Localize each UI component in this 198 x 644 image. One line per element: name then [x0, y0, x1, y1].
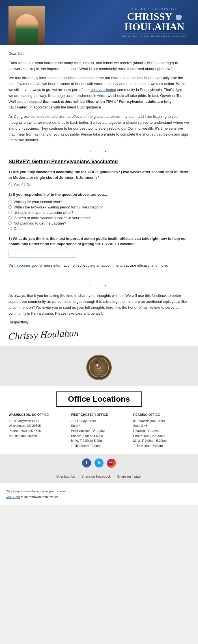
q2-text: 2) If you responded 'no' to the question… [8, 192, 190, 197]
q2-opt-4[interactable]: In need of more vaccine supplies in your… [8, 216, 190, 220]
paragraph-1: Each week, our team looks at the many ca… [8, 60, 190, 72]
q2-opt-6[interactable]: Other [8, 227, 190, 231]
q2-opt-3[interactable]: Not able to travel to a vaccine clinic? [8, 210, 190, 215]
instagram-link[interactable]: 📷 [106, 461, 117, 465]
bottom-view-link-line: Click Here to view this email in your br… [6, 489, 192, 494]
footer-links: Unsubscribe | Share on Facebook | Share … [0, 472, 198, 483]
share-facebook-link[interactable]: Share on Facebook [81, 475, 111, 478]
q2-opt-3-label: Not able to travel to a vaccine clinic? [14, 210, 73, 215]
bottom-text1: to view this email in your browser [20, 489, 67, 493]
radio-q2-4[interactable] [8, 216, 12, 219]
vaccines-line: Visit vaccines.gov for more information … [8, 263, 190, 269]
survey-question-3: 3) What do you think is the most importa… [8, 236, 190, 258]
q2-opt-6-label: Other [14, 227, 23, 231]
vaccines-post: for more information on scheduling an ap… [38, 263, 168, 267]
radio-q2-3[interactable] [8, 211, 12, 214]
dc-hours: M-F 9:00am-6:00pm [9, 434, 65, 439]
q2-opt-2-label: Within the two-week waiting period for f… [14, 205, 103, 209]
radio-q2-2[interactable] [8, 205, 12, 209]
header-banner: U.S. REPRESENTATIVE CHRISSY HOULAHAN PRO… [0, 0, 198, 45]
bottom-bar: Click Here to view this email in your br… [0, 483, 198, 506]
survey-question-1: 1) Are you fully vaccinated according th… [8, 169, 190, 187]
representative-photo [8, 6, 45, 45]
seal-section: 🦅 UNITEDSTATESCONGRESS [0, 346, 198, 386]
bottom-remove-link-line: Click Here to be removed from this list [6, 494, 192, 500]
q2-opt-4-label: In need of more vaccine supplies in your… [14, 216, 90, 220]
instagram-icon[interactable]: 📷 [107, 459, 116, 468]
q2-opt-1[interactable]: Waiting for your second shot? [8, 200, 190, 204]
survey-title: SURVEY: Getting Pennsylvanians Vaccinate… [8, 159, 190, 165]
reading-addr3: Reading, PA 19601 [133, 428, 189, 434]
email-wrapper: U.S. REPRESENTATIVE CHRISSY HOULAHAN PRO… [0, 0, 198, 505]
section-divider-1: · · · [8, 148, 190, 154]
announced-link[interactable]: announced [23, 99, 42, 104]
short-survey-link[interactable]: short survey [142, 132, 162, 136]
twitter-link[interactable]: 𝕏 [93, 461, 106, 465]
wc-office-name: WEST CHESTER OFFICE [71, 412, 127, 417]
wc-addr1: 709 E. Gay Street [71, 419, 127, 424]
twitter-icon[interactable]: 𝕏 [94, 458, 104, 467]
offices-row: WASHINGTON, DC OFFICE 1218 Longworth HOB… [0, 412, 198, 454]
facebook-link[interactable]: f [81, 461, 93, 465]
reading-hours2: T, Th 9:00am-7:00pm [133, 443, 189, 449]
radio-no[interactable] [21, 183, 25, 186]
greeting: Dear John, [8, 51, 190, 57]
bottom-line-separator [6, 487, 14, 487]
rep-title: U.S. REPRESENTATIVE [122, 7, 187, 10]
office-west-chester: WEST CHESTER OFFICE 709 E. Gay Street Su… [71, 412, 127, 448]
radio-yes[interactable] [8, 183, 12, 186]
radio-q2-5[interactable] [8, 221, 12, 225]
reading-addr1: 815 Washington Street [133, 419, 189, 424]
facebook-icon[interactable]: f [82, 458, 91, 467]
vaccines-link[interactable]: vaccines.gov [16, 263, 38, 267]
signature: Chrissy Houlahan [8, 327, 79, 343]
header-text-block: U.S. REPRESENTATIVE CHRISSY HOULAHAN PRO… [122, 7, 187, 38]
q2-opt-5[interactable]: Not planning to get the vaccine? [8, 221, 190, 225]
vaccines-pre: Visit [8, 263, 16, 267]
share-twitter-link[interactable]: Share on Twitter [117, 475, 142, 478]
most-vaccinated-link[interactable]: most vaccinated [90, 88, 116, 92]
social-section: f 𝕏 📷 [0, 454, 198, 472]
office-reading: READING OFFICE 815 Washington Street Sui… [133, 412, 189, 448]
body-content: Dear John, Each week, our team looks at … [0, 45, 198, 277]
office-section: Office Locations WASHINGTON, DC OFFICE 1… [0, 386, 198, 454]
dc-phone: Phone: (202) 225-4315 [9, 428, 65, 434]
thank-you-paragraph: As always, thank you for taking the time… [8, 293, 190, 316]
reading-office-name: READING OFFICE [133, 412, 189, 417]
view-email-link[interactable]: Click Here [6, 489, 20, 493]
section-divider-2: · · · [0, 282, 198, 288]
here-link[interactable]: here [106, 305, 113, 310]
thank-you-section: As always, thank you for taking the time… [0, 293, 198, 346]
office-dc: WASHINGTON, DC OFFICE 1218 Longworth HOB… [9, 412, 65, 448]
name-line2: HOULAHAN [124, 21, 184, 32]
bottom-text2: to be removed from this list [20, 495, 58, 499]
q2-opt-5-label: Not planning to get the vaccine? [14, 221, 66, 225]
radio-q2-6[interactable] [8, 227, 12, 230]
separator-1: | [78, 475, 79, 478]
eagle-icon: 🦅 [94, 360, 104, 369]
congress-seal: 🦅 UNITEDSTATESCONGRESS [86, 355, 112, 380]
survey-question-2: 2) If you responded 'no' to the question… [8, 192, 190, 231]
q3-text-input[interactable] [8, 249, 76, 258]
paragraph-2: We use this timely information to priori… [8, 75, 190, 110]
remove-from-list-link[interactable]: Click Here [6, 495, 20, 499]
unsubscribe-link[interactable]: Unsubscribe [56, 475, 75, 478]
q1-no-label: No [27, 182, 31, 187]
wc-hours1: M, W, F 9:00am-5:00pm [71, 438, 127, 443]
wc-hours2: T, Th 9:00am-7:00pm [71, 443, 127, 449]
reading-addr2: Suite 2-48 [133, 423, 189, 428]
radio-q2-1[interactable] [8, 200, 12, 203]
q1-option-yes[interactable]: Yes No [8, 182, 190, 187]
respectfully-label: Respectfully, [8, 319, 190, 325]
wc-addr2: Suite 4 [71, 423, 127, 428]
photo-face [16, 14, 38, 45]
wc-phone: Phone: (610) 883-5050 [71, 434, 127, 439]
wc-addr3: West Chester, PA 19380 [71, 428, 127, 434]
pa-shape [176, 15, 182, 20]
reading-phone: Phone: (610) 295-0815 [133, 434, 189, 439]
header-tagline: PROUDLY SERVING PENNSYLVANIANS [122, 34, 187, 38]
seal-inner: 🦅 UNITEDSTATESCONGRESS [89, 358, 109, 377]
q1-yes-label: Yes [14, 182, 20, 187]
q2-opt-2[interactable]: Within the two-week waiting period for f… [8, 205, 190, 209]
reading-hours1: M, W, F 9:00am-5:00pm [133, 438, 189, 443]
